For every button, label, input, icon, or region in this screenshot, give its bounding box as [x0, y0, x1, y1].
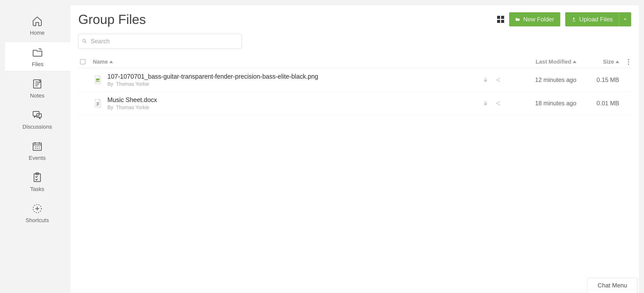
- file-modified: 18 minutes ago: [501, 100, 576, 107]
- sort-ascending-icon: [573, 61, 576, 63]
- sidebar-item-label: Home: [30, 30, 45, 36]
- sidebar-item-home[interactable]: Home: [5, 11, 70, 40]
- column-header-last-modified[interactable]: Last Modified: [501, 59, 576, 65]
- share-icon[interactable]: [495, 101, 501, 106]
- table-options-menu[interactable]: [628, 59, 629, 65]
- discussions-icon: [31, 109, 43, 121]
- chat-menu-button[interactable]: Chat Menu: [587, 278, 637, 293]
- upload-files-label: Upload Files: [579, 16, 613, 23]
- sidebar-item-events[interactable]: Events: [5, 136, 70, 165]
- sidebar-item-tasks[interactable]: Tasks: [5, 167, 70, 196]
- lock-icon[interactable]: [483, 77, 488, 83]
- select-all-checkbox[interactable]: [80, 59, 85, 64]
- search-wrapper: [78, 34, 242, 48]
- sidebar-item-label: Discussions: [22, 124, 52, 130]
- share-icon[interactable]: [495, 77, 501, 83]
- shortcuts-icon: [31, 203, 43, 215]
- table-header: Name Last Modified Size: [78, 56, 631, 68]
- sidebar-item-label: Shortcuts: [26, 217, 49, 224]
- sidebar-item-label: Notes: [30, 92, 44, 99]
- sort-ascending-icon: [616, 61, 619, 63]
- panel-header: Group Files New Folder Upload Files: [78, 12, 631, 27]
- files-icon: [32, 46, 44, 59]
- view-toggle-grid[interactable]: [497, 16, 504, 23]
- tasks-icon: [31, 171, 43, 183]
- sidebar-item-label: Tasks: [30, 186, 44, 192]
- sidebar-item-discussions[interactable]: Discussions: [5, 105, 70, 134]
- file-modified: 12 minutes ago: [501, 76, 576, 83]
- image-file-icon: [94, 75, 102, 85]
- sort-ascending-icon: [109, 61, 113, 63]
- page-title: Group Files: [78, 12, 146, 27]
- notes-icon: [31, 78, 43, 90]
- upload-files-button[interactable]: Upload Files: [565, 12, 619, 26]
- events-icon: [31, 140, 43, 152]
- table-row[interactable]: 107-1070701_bass-guitar-transparent-fend…: [78, 68, 631, 92]
- search-input[interactable]: [78, 34, 242, 48]
- search-icon: [82, 38, 87, 44]
- lock-icon[interactable]: [483, 101, 488, 106]
- table-row[interactable]: Music Sheet.docx By Thomas Yorkie 18 min…: [78, 92, 631, 115]
- home-icon: [31, 15, 43, 27]
- file-size: 0.01 MB: [576, 100, 619, 107]
- column-header-size[interactable]: Size: [576, 59, 619, 65]
- document-file-icon: [94, 99, 102, 108]
- sidebar-item-shortcuts[interactable]: Shortcuts: [5, 198, 70, 227]
- caret-down-icon: [623, 17, 628, 22]
- column-header-name[interactable]: Name: [93, 59, 471, 65]
- file-name: 107-1070701_bass-guitar-transparent-fend…: [107, 73, 471, 80]
- sidebar-item-label: Files: [32, 61, 43, 68]
- sidebar-item-files[interactable]: Files: [5, 42, 70, 71]
- file-name: Music Sheet.docx: [107, 96, 471, 104]
- sidebar-item-notes[interactable]: Notes: [5, 73, 70, 103]
- file-size: 0.15 MB: [576, 76, 619, 83]
- sidebar-item-label: Events: [29, 155, 46, 161]
- svg-point-7: [83, 39, 86, 42]
- file-author: By Thomas Yorkie: [107, 105, 471, 110]
- sidebar: Home Files Notes Discussions Events: [5, 5, 70, 293]
- main-panel: Group Files New Folder Upload Files: [70, 5, 639, 293]
- new-folder-label: New Folder: [523, 16, 554, 23]
- folder-icon: [515, 17, 520, 22]
- upload-files-dropdown[interactable]: [619, 12, 631, 26]
- header-actions: New Folder Upload Files: [497, 12, 631, 26]
- upload-files-group: Upload Files: [565, 12, 631, 26]
- new-folder-button[interactable]: New Folder: [509, 12, 560, 26]
- file-author: By Thomas Yorkie: [107, 81, 471, 87]
- upload-icon: [571, 17, 576, 22]
